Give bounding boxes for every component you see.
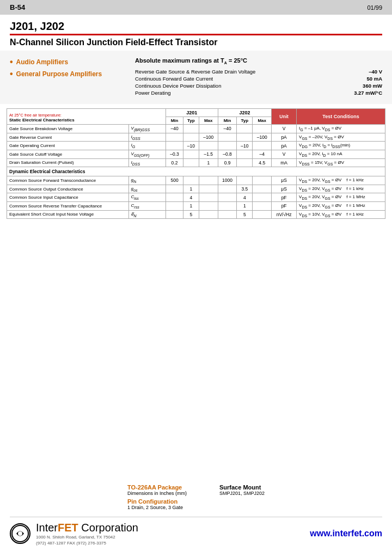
j202-typ [237,176,253,185]
col-min-j201: Min [166,117,183,125]
abs-max-label: Reverse Gate Source & Reverse Gate Drain… [135,68,335,75]
company-inter: Inter [36,522,58,534]
logo-area: InterFET Corporation 1000 N. Shiloh Road… [10,522,138,546]
row-label: Gate Reverse Current [7,133,129,142]
unit: pA [272,142,297,150]
j202-min: –40 [218,125,237,133]
abs-max-title: Absolute maximum ratings at TA = 25°C [135,57,382,65]
j201-min [166,210,183,219]
dynamic-section-label: Dynamic Electrical Characteristics [7,167,385,176]
row-label: Common Source Input Capacitance [7,193,129,202]
bullet-audio-amplifiers: Audio Amplifiers [10,57,119,67]
row-symbol: gfs [128,176,166,185]
footer-bottom: InterFET Corporation 1000 N. Shiloh Road… [10,517,382,546]
j201-typ: 1 [183,185,199,193]
row-label: Common Source Forward Transconductance [7,176,129,185]
unit: V [272,125,297,133]
j202-typ [237,150,253,158]
j201-typ [183,158,199,167]
j202-min [218,185,237,193]
conditions: VDG = 20V, ID = IDSS(min) [297,142,385,150]
j201-max: –1.5 [199,150,218,158]
conditions: VDS = 20V, ID = 10 nA [297,150,385,158]
col-typ-j202: Typ [237,117,253,125]
j202-max [253,125,272,133]
j202-typ [237,158,253,167]
model-number: J201, J202 [10,20,382,33]
abs-max-label: Continuous Forward Gate Current [135,75,335,82]
logo-icon [10,523,30,544]
j201-max [199,201,218,210]
conditions: VDS = 20V, VGS = ØV f = 1 MHz [297,201,385,210]
conditions: VDS = 20V, VGS = ØV f = 1 MHz [297,193,385,202]
j202-max [253,193,272,202]
abs-max-row: Continuous Forward Gate Current 50 mA [135,75,382,82]
logo-text-area: InterFET Corporation 1000 N. Shiloh Road… [36,522,138,546]
table-row: Common Source Forward Transconductance g… [7,176,385,185]
surface-mount-text: SMPJ201, SMPJ202 [219,491,265,496]
bullet-list: Audio Amplifiers General Purpose Amplifi… [10,57,119,96]
row-label: Common Source Reverse Transfer Capacitan… [7,201,129,210]
main-table-section: At 25°C free air temperature: Static Ele… [0,108,392,219]
j201-max [199,142,218,150]
unit-header: Unit [272,109,297,125]
row-label: Gate Source Cutoff Voltage [7,150,129,158]
col-max-j202: Max [253,117,272,125]
table-row: Equivalent Short Circuit Input Noise Vol… [7,210,385,219]
j202-min [218,210,237,219]
j201-max [199,176,218,185]
pin-text: 1 Drain, 2 Source, 3 Gate [127,505,187,510]
row-symbol: IDSS [128,158,166,167]
row-label: Gate Operating Current [7,142,129,150]
j201-max: –100 [199,133,218,142]
company-corp: Corporation [78,522,138,534]
j201-typ: –10 [183,142,199,150]
abs-max-row: Continuous Device Power Dissipation 360 … [135,82,382,89]
abs-max-row: Reverse Gate Source & Reverse Gate Drain… [135,68,382,75]
j202-max [253,176,272,185]
j202-min [218,201,237,210]
j202-typ: 4 [237,193,253,202]
row-symbol: gos [128,185,166,193]
footer-section: TO-226AA Package Dimensions in Inches (m… [0,479,392,551]
row-symbol: e̅N [128,210,166,219]
red-divider [10,34,382,35]
unit: μS [272,176,297,185]
j202-typ: 3.5 [237,185,253,193]
j201-min [166,133,183,142]
info-section: Audio Amplifiers General Purpose Amplifi… [0,51,392,104]
abs-max-value: –40 V [335,68,382,75]
conditions: IG = –1 μA, VDS = ØV [297,125,385,133]
characteristics-table: At 25°C free air temperature: Static Ele… [7,108,385,219]
table-row: Common Source Reverse Transfer Capacitan… [7,201,385,210]
j201-typ: 5 [183,210,199,219]
j202-max: –4 [253,150,272,158]
website[interactable]: www.interfet.com [310,529,382,538]
surface-mount-title: Surface Mount [219,484,265,491]
unit: pF [272,193,297,202]
conditions: VDS = 20V, VGS = ØV f = 1 kHz [297,185,385,193]
table-row: Gate Reverse Current IGSS –100 –100 pA V… [7,133,385,142]
j202-max: 4.5 [253,158,272,167]
row-symbol: IGSS [128,133,166,142]
page: B-54 01/99 J201, J202 N-Channel Silicon … [0,0,392,551]
j201-min [166,185,183,193]
j201-min [166,193,183,202]
company-address2: (972) 487-1287 FAX (972) 276-3375 [36,541,138,546]
table-row: Common Source Input Capacitance Ciss 4 4… [7,193,385,202]
j201-min: –40 [166,125,183,133]
j201-max [199,125,218,133]
j202-max: –100 [253,133,272,142]
j202-min [218,142,237,150]
row-label: Equivalent Short Circuit Input Noise Vol… [7,210,129,219]
j202-max [253,142,272,150]
j201-typ: 4 [183,193,199,202]
j201-max: 1 [199,158,218,167]
unit: μS [272,185,297,193]
row-symbol: Ciss [128,193,166,202]
header-bar: B-54 01/99 [0,0,392,15]
abs-max-ratings: Absolute maximum ratings at TA = 25°C Re… [135,57,382,96]
table-row: Drain Saturation Current (Pulsed) IDSS 0… [7,158,385,167]
conditions: VDS = 20V, VGS = ØV f = 1 kHz [297,176,385,185]
table-row: Gate Source Breakdown Voltage V(BR)GSS –… [7,125,385,133]
